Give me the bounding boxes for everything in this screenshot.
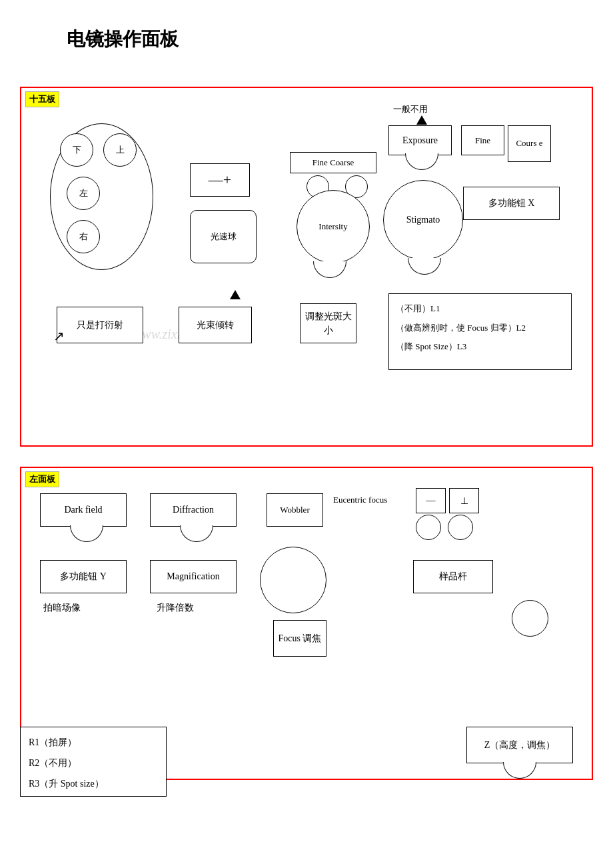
generally-not-used-label: 一般不用 xyxy=(393,103,428,115)
button-left[interactable]: 左 xyxy=(67,177,100,210)
arrow-diffraction: ↗ xyxy=(53,328,65,344)
intensity-knob[interactable]: Intersity xyxy=(297,190,370,263)
r-labels-box: R1（拍屏） R2（不用） R3（升 Spot size） xyxy=(20,727,167,797)
stigmato-knob[interactable]: Stigmato xyxy=(383,180,463,260)
L-labels-box: （不用）L1 （做高辨别时，使 Focus 归零）L2 （降 Spot Size… xyxy=(388,293,572,370)
raise-mag-label: 升降倍数 xyxy=(157,602,194,614)
r3-label: R3（升 Spot size） xyxy=(29,774,158,795)
wobbler-box[interactable]: Wobbler xyxy=(267,493,323,527)
L3-label: （降 Spot Size）L3 xyxy=(396,337,564,357)
sample-rod-box: 样品杆 xyxy=(413,560,493,593)
r2-label: R2（不用） xyxy=(29,753,158,774)
z-circle[interactable] xyxy=(512,600,548,637)
wobbler-large-circle[interactable] xyxy=(260,547,326,613)
small-circle-right[interactable] xyxy=(448,515,473,540)
focus-box[interactable]: Focus 调焦 xyxy=(273,620,326,657)
bottom-panel-label: 左面板 xyxy=(25,471,59,487)
plus-minus-box: —+ xyxy=(190,163,250,197)
small-circle-left[interactable] xyxy=(416,515,441,540)
arrow-up-generally xyxy=(416,115,427,125)
button-up[interactable]: 上 xyxy=(103,133,137,167)
small-minus-box[interactable]: — xyxy=(416,488,446,513)
magnification-box[interactable]: Magnification xyxy=(150,560,237,593)
multifunc-x-box[interactable]: 多功能钮 X xyxy=(463,187,560,220)
dark-field-box[interactable]: Dark field xyxy=(40,493,127,527)
adjust-spot-box: 调整光斑大小 xyxy=(300,303,356,343)
r1-label: R1（拍屏） xyxy=(29,733,158,753)
dark-image-label: 拍暗场像 xyxy=(43,602,81,614)
top-panel-label: 十五板 xyxy=(25,91,59,107)
diffraction-box[interactable]: Diffraction xyxy=(150,493,237,527)
multifunc-y-box[interactable]: 多功能钮 Y xyxy=(40,560,127,593)
speed-ball[interactable]: 光速球 xyxy=(190,210,257,263)
z-label-box: Z（高度，调焦） xyxy=(466,727,573,763)
eucentric-focus-label: Eucentric focus xyxy=(333,493,387,507)
L2-label: （做高辨别时，使 Focus 归零）L2 xyxy=(396,319,564,338)
coarse-box-right[interactable]: Cours e xyxy=(508,125,551,162)
only-diffraction-box: 只是打衍射 xyxy=(57,307,143,343)
small-plus-box[interactable]: ⊥ xyxy=(449,488,479,513)
arrow-up-beam xyxy=(230,290,241,299)
exposure-box[interactable]: Exposure xyxy=(388,125,452,155)
fine-coarse-box-top: Fine Coarse xyxy=(290,152,376,173)
L1-label: （不用）L1 xyxy=(396,299,564,319)
button-right[interactable]: 右 xyxy=(67,220,100,253)
fine-box-right[interactable]: Fine xyxy=(461,125,504,155)
beam-tilt-box: 光束倾转 xyxy=(179,307,252,343)
page-title: 电镜操作面板 xyxy=(0,0,613,65)
button-down[interactable]: 下 xyxy=(60,133,93,167)
